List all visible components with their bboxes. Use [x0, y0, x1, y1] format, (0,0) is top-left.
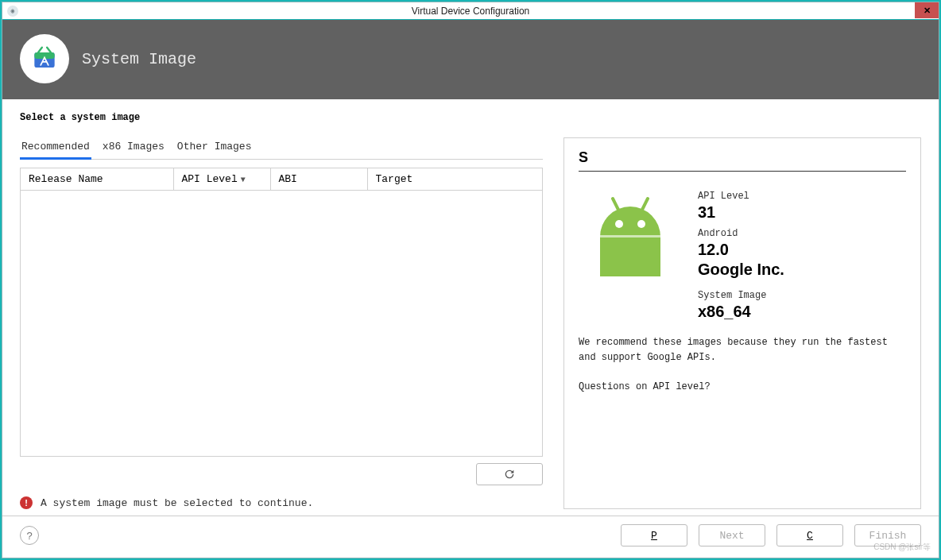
title-bar: ◉ Virtual Device Configuration ✕ [2, 2, 939, 20]
error-text: A system image must be selected to conti… [41, 497, 313, 509]
tab-recommended[interactable]: Recommended [20, 137, 91, 159]
api-level-question-link[interactable]: Questions on API level? [579, 380, 906, 395]
subtitle: Select a system image [20, 112, 921, 123]
refresh-icon [503, 468, 516, 481]
page-title: System Image [82, 50, 196, 68]
help-button[interactable]: ? [20, 526, 39, 545]
watermark: CSDN @张sir等 [873, 542, 931, 553]
column-release-name[interactable]: Release Name [21, 168, 173, 191]
android-icon [579, 184, 682, 280]
tab-other-images[interactable]: Other Images [176, 137, 254, 159]
details-panel: S API Level [563, 137, 921, 509]
tabs: Recommended x86 Images Other Images [20, 137, 543, 160]
window-title: Virtual Device Configuration [2, 6, 939, 17]
column-target[interactable]: Target [367, 168, 542, 191]
column-api-level[interactable]: API Level▼ [173, 168, 270, 191]
android-label: Android [698, 228, 906, 239]
footer: ? P Next C Finish [2, 516, 939, 558]
system-image-value: x86_64 [698, 303, 906, 321]
column-abi[interactable]: ABI [270, 168, 367, 191]
error-banner: ! A system image must be selected to con… [20, 496, 543, 509]
api-level-value: 31 [698, 203, 906, 222]
android-value: 12.0 [698, 241, 906, 259]
system-image-table: Release Name API Level▼ ABI Target [20, 168, 543, 457]
previous-button[interactable]: P [621, 524, 687, 546]
wizard-icon [20, 34, 69, 83]
svg-rect-4 [600, 237, 660, 276]
wizard-header: System Image [2, 20, 939, 99]
vendor-value: Google Inc. [698, 261, 906, 279]
details-heading: S [579, 149, 906, 172]
next-button[interactable]: Next [699, 524, 765, 546]
window-frame: ◉ Virtual Device Configuration ✕ System … [2, 2, 939, 558]
close-button[interactable]: ✕ [915, 2, 939, 18]
system-image-label: System Image [698, 290, 906, 301]
api-level-label: API Level [698, 191, 906, 202]
tab-x86-images[interactable]: x86 Images [101, 137, 166, 159]
error-icon: ! [20, 496, 33, 509]
svg-point-7 [637, 220, 645, 228]
svg-point-6 [615, 220, 623, 228]
refresh-button[interactable] [476, 463, 543, 485]
recommendation-note: We recommend these images because they r… [579, 335, 906, 365]
chevron-down-icon: ▼ [241, 176, 246, 184]
svg-rect-5 [600, 235, 660, 238]
cancel-button[interactable]: C [776, 524, 843, 546]
